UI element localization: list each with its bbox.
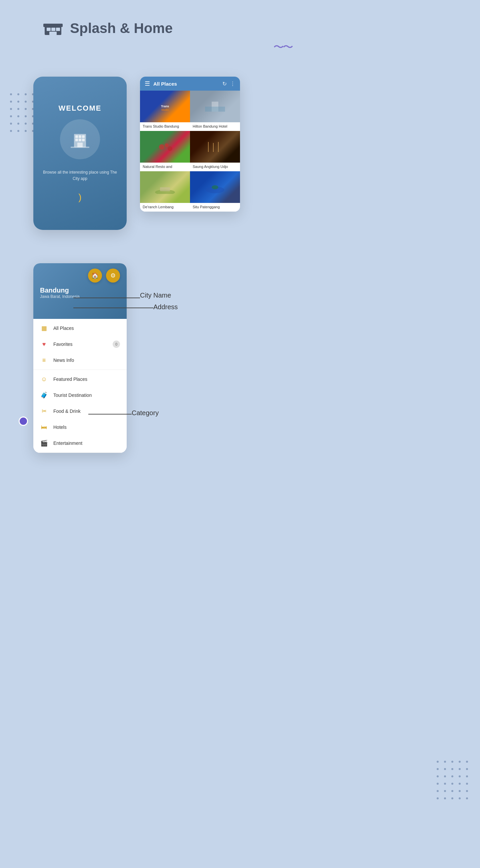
circle-indicator <box>19 416 28 426</box>
place-name-deranch: De'ranch Lembang <box>140 203 190 212</box>
svg-rect-4 <box>56 28 60 31</box>
splash-building-icon <box>60 119 100 159</box>
dot-grid-right <box>437 761 470 801</box>
splash-loader: ) <box>78 192 81 203</box>
all-places-title: All Places <box>153 81 219 87</box>
menu-item-hotels[interactable]: 🛏 Hotels <box>33 419 127 435</box>
place-item-deranch[interactable]: De'ranch Lembang <box>140 171 190 212</box>
svg-rect-8 <box>79 135 81 138</box>
food-drink-icon: ✂ <box>40 407 48 415</box>
svg-point-31 <box>212 185 218 189</box>
news-info-label: News Info <box>53 358 120 363</box>
menu-item-news-info[interactable]: ≡ News Info <box>33 352 127 368</box>
place-item-hilton[interactable]: Hilton Bandung Hotel <box>190 91 240 131</box>
menu-item-food-drink[interactable]: ✂ Food & Drink <box>33 403 127 419</box>
svg-rect-7 <box>75 135 78 138</box>
svg-rect-12 <box>82 138 85 141</box>
place-image-natural <box>140 131 190 163</box>
settings-button[interactable]: ⚙ <box>106 269 120 283</box>
more-icon[interactable]: ⋮ <box>230 81 235 87</box>
menu-section-general: ▦ All Places ♥ Favorites 0 ≡ News Info <box>33 319 127 370</box>
svg-rect-11 <box>79 138 81 141</box>
place-name-trans-studio: Trans Studio Bandung <box>140 122 190 131</box>
refresh-icon[interactable]: ↻ <box>222 81 227 87</box>
place-image-saung <box>190 131 240 163</box>
place-item-natural[interactable]: Natural Resto and <box>140 131 190 171</box>
hotels-icon: 🛏 <box>40 423 48 431</box>
hamburger-icon[interactable]: ☰ <box>145 80 150 87</box>
page-header: Splash & Home <box>0 0 480 37</box>
menu-item-favorites[interactable]: ♥ Favorites 0 <box>33 336 127 352</box>
places-grid: Trans Studio Trans Studio Bandung Hilton… <box>140 91 240 212</box>
place-item-situ[interactable]: Situ Patenggang <box>190 171 240 212</box>
place-name-situ: Situ Patenggang <box>190 203 240 212</box>
splash-welcome-text: WELCOME <box>59 104 102 113</box>
all-places-icon: ▦ <box>40 324 48 332</box>
hotels-label: Hotels <box>53 425 120 430</box>
place-item-trans-studio[interactable]: Trans Studio Trans Studio Bandung <box>140 91 190 131</box>
splash-screen-card: WELCOME Browse all the interesting place… <box>33 76 127 230</box>
home-card-header: 🏠 ⚙ Bandung Jawa Barat, Indonesia <box>33 263 127 319</box>
wave-decoration: 〜〜 <box>273 40 292 55</box>
svg-point-21 <box>159 144 164 150</box>
place-image-deranch <box>140 171 190 203</box>
svg-point-22 <box>165 143 169 147</box>
all-places-card: ☰ All Places ↻ ⋮ Trans Studio Trans Stud… <box>140 76 240 212</box>
entertainment-icon: 🎬 <box>40 439 48 447</box>
svg-rect-14 <box>71 147 89 148</box>
favorites-badge: 0 <box>113 341 120 348</box>
all-places-label: All Places <box>53 326 120 331</box>
food-drink-label: Food & Drink <box>53 408 120 414</box>
svg-rect-20 <box>205 106 225 112</box>
featured-places-label: Featured Places <box>53 376 120 382</box>
menu-item-entertainment[interactable]: 🎬 Entertainment <box>33 435 127 451</box>
place-image-trans-studio: Trans Studio <box>140 91 190 122</box>
menu-section-categories: ☺ Featured Places 🧳 Tourist Destination … <box>33 370 127 453</box>
svg-rect-9 <box>82 135 85 138</box>
entertainment-label: Entertainment <box>53 440 120 446</box>
svg-rect-5 <box>49 32 57 35</box>
menu-item-featured-places[interactable]: ☺ Featured Places <box>33 371 127 387</box>
place-name-hilton: Hilton Bandung Hotel <box>190 122 240 131</box>
home-header-icons: 🏠 ⚙ <box>40 269 120 283</box>
place-image-situ <box>190 171 240 203</box>
svg-rect-1 <box>43 24 63 27</box>
featured-places-icon: ☺ <box>40 375 48 383</box>
svg-rect-13 <box>77 143 83 147</box>
favorites-icon: ♥ <box>40 340 48 348</box>
svg-rect-10 <box>75 138 78 141</box>
place-name-saung: Saung Angklung Udjo <box>190 163 240 171</box>
place-item-saung[interactable]: Saung Angklung Udjo <box>190 131 240 171</box>
svg-text:Trans: Trans <box>161 105 169 108</box>
svg-rect-3 <box>51 28 55 31</box>
place-image-hilton <box>190 91 240 122</box>
annotation-city-name: City Name <box>140 291 171 299</box>
favorites-label: Favorites <box>53 342 107 347</box>
svg-text:Studio: Studio <box>161 108 169 111</box>
svg-rect-2 <box>47 28 51 31</box>
store-icon <box>43 20 63 37</box>
city-name-text: Bandung <box>40 286 120 294</box>
home-menu: ▦ All Places ♥ Favorites 0 ≡ News Info ☺… <box>33 319 127 453</box>
home-menu-card: 🏠 ⚙ Bandung Jawa Barat, Indonesia ▦ All … <box>33 263 127 453</box>
page-title: Splash & Home <box>70 20 173 36</box>
annotation-category: Category <box>132 409 159 417</box>
tourist-destination-label: Tourist Destination <box>53 393 120 398</box>
annotation-line-address <box>73 308 153 308</box>
home-button[interactable]: 🏠 <box>88 269 102 283</box>
menu-item-all-places[interactable]: ▦ All Places <box>33 320 127 336</box>
annotation-address: Address <box>153 303 178 311</box>
splash-subtitle-text: Browse all the interesting place using T… <box>40 169 120 182</box>
all-places-header: ☰ All Places ↻ ⋮ <box>140 76 240 91</box>
svg-rect-29 <box>160 187 170 191</box>
tourist-icon: 🧳 <box>40 391 48 399</box>
annotation-line-city <box>73 298 140 298</box>
annotation-line-category <box>88 414 132 414</box>
svg-point-23 <box>168 146 172 151</box>
news-icon: ≡ <box>40 356 48 364</box>
place-name-natural: Natural Resto and <box>140 163 190 171</box>
menu-item-tourist-destination[interactable]: 🧳 Tourist Destination <box>33 387 127 403</box>
